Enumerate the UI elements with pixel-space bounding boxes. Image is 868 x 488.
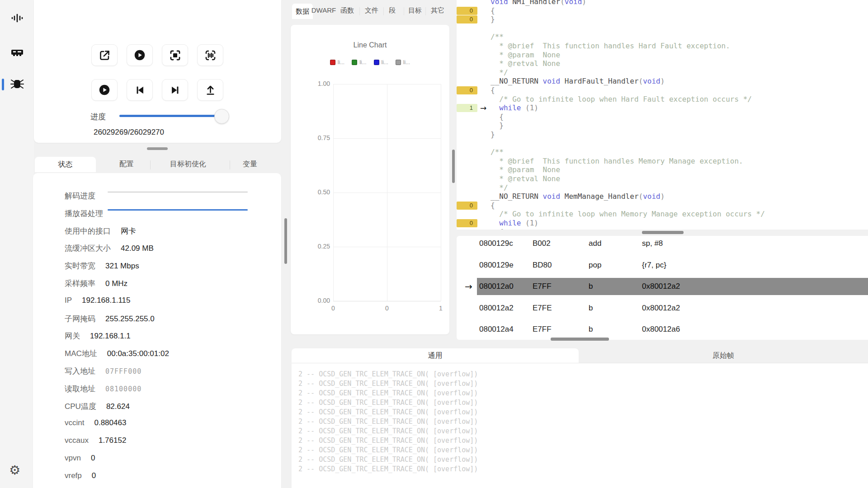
status-row-label: 流缓冲区大小 bbox=[65, 244, 111, 253]
play-circle-icon bbox=[133, 49, 146, 61]
execution-count-badge: 0 bbox=[457, 15, 477, 23]
left-panel-vertical-scrollbar[interactable] bbox=[284, 218, 287, 264]
left-tab-status[interactable]: 状态 bbox=[35, 157, 96, 172]
y-axis-tick-label: 0.00 bbox=[307, 297, 330, 304]
player-processing-progressbar bbox=[108, 209, 248, 211]
code-line: */ bbox=[491, 68, 508, 77]
chart-legend: li...li...li...li... bbox=[291, 59, 449, 66]
disasm-opcode: E7FE bbox=[533, 300, 552, 317]
status-row-label: 网关 bbox=[65, 332, 80, 340]
middle-panel-vertical-scrollbar[interactable] bbox=[452, 150, 455, 183]
status-row-value: 0.880463 bbox=[94, 418, 126, 427]
legend-item[interactable]: li... bbox=[352, 59, 366, 66]
code-line: * @retval None bbox=[491, 59, 560, 68]
disasm-opcode: BD80 bbox=[533, 257, 552, 274]
source-code-view: void NMI_Handler(void)0{0}/** * @brief T… bbox=[457, 0, 868, 230]
tab-raw-frames[interactable]: 原始帧 bbox=[579, 348, 868, 363]
status-row-label: 实时带宽 bbox=[65, 262, 95, 270]
code-line: * @brief This function handles Hard Faul… bbox=[491, 42, 730, 51]
play-circle-button[interactable] bbox=[91, 79, 118, 101]
disasm-row[interactable]: 080012a2E7FEb0x80012a2 bbox=[457, 300, 868, 317]
legend-item[interactable]: li... bbox=[396, 59, 410, 66]
code-line: */ bbox=[491, 183, 508, 192]
trace-log-line: 2 -- OCSD_GEN_TRC_ELEM_TRACE_ON( [overfl… bbox=[298, 379, 478, 389]
status-row: 播放器处理 bbox=[65, 208, 103, 219]
x-gridline bbox=[333, 84, 334, 301]
left-tab-variables[interactable]: 变量 bbox=[214, 160, 286, 169]
status-row-label: 解码进度 bbox=[65, 192, 95, 200]
middle-tab-others[interactable]: 其它 bbox=[423, 6, 452, 15]
left-tab-target-init[interactable]: 目标初使化 bbox=[152, 160, 224, 169]
code-line: * @param None bbox=[491, 165, 560, 174]
status-row-label: MAC地址 bbox=[65, 349, 97, 358]
code-line: while (1) bbox=[491, 103, 538, 113]
sidebar-item-waveform-icon[interactable] bbox=[10, 11, 24, 25]
code-horizontal-scrollbar[interactable] bbox=[642, 231, 684, 234]
sidebar-item-debug-chip-icon[interactable] bbox=[10, 77, 24, 91]
progress-slider-track[interactable] bbox=[119, 115, 226, 117]
play-circle-button[interactable] bbox=[127, 44, 153, 66]
code-line: /* Go to infinite loop when Memory Manag… bbox=[491, 210, 765, 219]
status-row-value: 08100000 bbox=[105, 385, 142, 393]
progress-slider-handle[interactable] bbox=[214, 109, 229, 124]
status-row: 读取地址08100000 bbox=[65, 384, 142, 394]
barcode-scan-button[interactable] bbox=[197, 44, 223, 66]
status-row: 采样频率0 MHz bbox=[65, 278, 127, 289]
status-row: 解码进度 bbox=[65, 191, 95, 202]
disasm-row[interactable]: 080012a4E7FFb0x80012a6 bbox=[457, 321, 868, 338]
status-row-value: 0 MHz bbox=[105, 279, 127, 288]
status-row-label: vpvn bbox=[65, 454, 81, 462]
code-line: /** bbox=[491, 33, 504, 42]
panel-resize-handle[interactable] bbox=[147, 147, 168, 150]
legend-swatch bbox=[396, 60, 401, 65]
code-line: { bbox=[491, 201, 495, 210]
trace-log-view: 2 -- OCSD_GEN_TRC_ELEM_TRACE_ON( [overfl… bbox=[292, 363, 868, 488]
code-line: } bbox=[491, 130, 495, 139]
code-line: } bbox=[491, 15, 495, 24]
legend-item[interactable]: li... bbox=[330, 59, 344, 66]
open-external-button[interactable] bbox=[91, 44, 118, 66]
step-forward-button[interactable] bbox=[162, 79, 188, 101]
disasm-address: 0800129c bbox=[479, 236, 513, 252]
execution-count-badge: 0 bbox=[457, 86, 477, 94]
disassembly-horizontal-scrollbar[interactable] bbox=[551, 338, 609, 341]
tab-separator bbox=[383, 7, 384, 15]
frame-capture-button[interactable] bbox=[162, 44, 188, 66]
disasm-mnemonic: b bbox=[589, 278, 593, 295]
status-row: 子网掩码255.255.255.0 bbox=[65, 314, 155, 324]
decode-progressbar bbox=[108, 192, 248, 192]
execution-count-badge: 0 bbox=[457, 202, 477, 210]
disasm-address: 080012a2 bbox=[479, 300, 514, 317]
upload-button[interactable] bbox=[197, 79, 223, 101]
status-row-label: IP bbox=[65, 296, 72, 305]
disasm-row[interactable]: 0800129eBD80pop{r7, pc} bbox=[457, 257, 868, 274]
progress-label: 进度 bbox=[90, 112, 106, 122]
tab-general-log[interactable]: 通用 bbox=[292, 348, 579, 363]
disasm-operands: 0x80012a2 bbox=[642, 300, 680, 317]
status-row: vpvn0 bbox=[65, 454, 95, 465]
legend-label: li... bbox=[359, 59, 366, 66]
y-axis-tick-label: 0.25 bbox=[307, 243, 330, 250]
disasm-address: 080012a0 bbox=[479, 278, 514, 295]
status-row-label: vccint bbox=[65, 418, 84, 427]
code-line: void NMI_Handler(void) bbox=[491, 0, 586, 6]
tab-separator bbox=[150, 160, 151, 169]
status-row-value: 192.168.1.115 bbox=[82, 296, 130, 305]
code-line: __NO_RETURN void HardFault_Handler(void) bbox=[491, 77, 665, 86]
frame-capture-icon bbox=[169, 49, 181, 61]
x-axis-tick-label: 0 bbox=[378, 305, 396, 312]
x-axis-tick-label: 0 bbox=[324, 305, 342, 312]
disasm-operands: sp, #8 bbox=[642, 236, 663, 252]
status-row-label: 读取地址 bbox=[65, 385, 95, 393]
legend-item[interactable]: li... bbox=[374, 59, 388, 66]
code-line: * @retval None bbox=[491, 174, 560, 183]
sidebar-item-board-icon[interactable] bbox=[10, 45, 24, 60]
step-backward-button[interactable] bbox=[127, 79, 153, 101]
disasm-row-current[interactable]: →080012a0E7FFb0x80012a2 bbox=[457, 278, 868, 295]
chart-title: Line Chart bbox=[291, 41, 449, 49]
disasm-row[interactable]: 0800129cB002addsp, #8 bbox=[457, 236, 868, 252]
code-line: while (1) bbox=[491, 219, 538, 228]
disasm-opcode: B002 bbox=[533, 236, 551, 252]
gear-icon[interactable]: ⚙ bbox=[9, 463, 20, 478]
status-row-label: 使用中的接口 bbox=[65, 227, 111, 235]
